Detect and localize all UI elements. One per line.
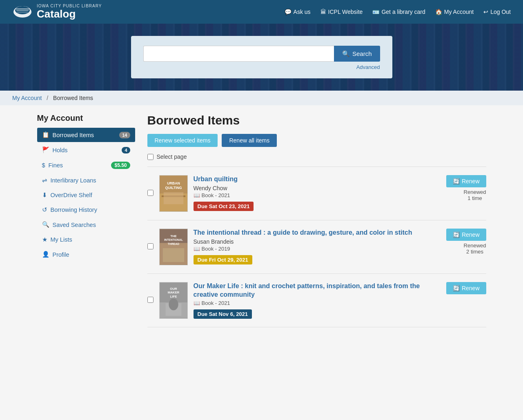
- sidebar-item-fines[interactable]: $ Fines $5.50: [37, 158, 135, 173]
- advanced-search-link[interactable]: Advanced: [143, 64, 380, 70]
- profile-icon: 👤: [42, 251, 49, 258]
- svg-rect-10: [163, 192, 183, 204]
- book-author-2: Susan Brandeis: [194, 238, 436, 245]
- renew-icon-3: 🔄: [453, 285, 460, 291]
- renew-button-3[interactable]: 🔄 Renew: [446, 282, 486, 294]
- search-box: 🔍 Search Advanced: [131, 36, 392, 78]
- book-checkbox-1[interactable]: [147, 190, 154, 196]
- book-info-1: Urban quilting Wendy Chow 📖 Book - 2021 …: [194, 175, 436, 211]
- dollar-icon: $: [42, 162, 45, 169]
- renew-icon-2: 🔄: [453, 231, 460, 238]
- svg-text:THREAD: THREAD: [167, 242, 179, 245]
- book-actions-3: 🔄 Renew: [441, 282, 486, 294]
- sidebar-item-profile[interactable]: 👤 Profile: [37, 247, 135, 262]
- search-button[interactable]: 🔍 Search: [334, 46, 380, 62]
- book-icon-2: 📖: [194, 246, 200, 252]
- sidebar: My Account 📋 Borrowed Items 14 🚩 Holds: [37, 113, 135, 327]
- nav-log-out[interactable]: ↩ Log Out: [483, 9, 511, 15]
- book-cover-3: OUR MAKER LIFE: [159, 282, 188, 319]
- renew-info-2: Renewed 2 times: [464, 242, 486, 255]
- sidebar-item-saved-searches[interactable]: 🔍 Saved Searches: [37, 218, 135, 232]
- logo[interactable]: IOWA CITY PUBLIC LIBRARY Catalog: [12, 4, 102, 20]
- renew-info-1: Renewed 1 time: [464, 189, 486, 201]
- svg-text:OUR: OUR: [170, 287, 177, 291]
- book-item: URBAN QUILTING Urban quilting Wendy Chow…: [147, 167, 486, 220]
- book-info-3: Our Maker Life : knit and crochet patter…: [194, 282, 436, 319]
- library-logo-icon: [12, 4, 33, 20]
- nav-get-library-card[interactable]: 🪪 Get a library card: [372, 9, 425, 15]
- renew-icon-1: 🔄: [453, 178, 460, 184]
- svg-text:URBAN: URBAN: [167, 181, 180, 185]
- breadcrumb-parent-link[interactable]: My Account: [12, 95, 42, 101]
- book-type-1: 📖 Book - 2021: [194, 192, 436, 198]
- select-page-checkbox[interactable]: [147, 154, 154, 160]
- logout-icon: ↩: [483, 9, 488, 15]
- book-checkbox-3[interactable]: [147, 297, 154, 303]
- sidebar-item-borrowed-items[interactable]: 📋 Borrowed Items 14: [37, 128, 135, 142]
- svg-text:THE: THE: [170, 234, 177, 238]
- sidebar-item-holds[interactable]: 🚩 Holds 4: [37, 143, 135, 157]
- search-input[interactable]: [143, 46, 334, 62]
- search-saved-icon: 🔍: [42, 221, 49, 228]
- book-cover-2: THE INTENTIONAL THREAD: [159, 229, 188, 265]
- sidebar-nav: 📋 Borrowed Items 14 🚩 Holds 4: [37, 128, 135, 262]
- transfer-icon: ⇌: [42, 177, 47, 184]
- nav-my-account[interactable]: 🏠 My Account: [435, 9, 474, 15]
- svg-rect-2: [16, 9, 29, 9]
- file-icon: 📋: [42, 131, 49, 138]
- breadcrumb-current: Borrowed Items: [53, 95, 93, 101]
- book-title-2[interactable]: The intentional thread : a guide to draw…: [194, 229, 412, 236]
- book-icon-3: 📖: [194, 300, 200, 306]
- header-nav: 💬 Ask us 🏛 ICPL Website 🪪 Get a library …: [285, 9, 511, 15]
- logo-title: Catalog: [37, 8, 102, 20]
- book-checkbox-2[interactable]: [147, 243, 154, 249]
- hero-search-area: 🔍 Search Advanced: [0, 24, 523, 91]
- sidebar-item-overdrive-shelf[interactable]: ⬇ OverDrive Shelf: [37, 188, 135, 202]
- sidebar-item-my-lists[interactable]: ★ My Lists: [37, 233, 135, 247]
- sidebar-item-interlibrary-loans[interactable]: ⇌ Interlibrary Loans: [37, 173, 135, 187]
- breadcrumb-separator: /: [47, 95, 48, 101]
- card-icon: 🪪: [372, 9, 379, 15]
- renew-button-2[interactable]: 🔄 Renew: [446, 229, 486, 241]
- renew-all-button[interactable]: Renew all items: [222, 134, 277, 147]
- book-author-1: Wendy Chow: [194, 185, 436, 191]
- svg-rect-3: [16, 10, 29, 11]
- main-layout: My Account 📋 Borrowed Items 14 🚩 Holds: [29, 113, 494, 327]
- due-badge-3: Due Sat Nov 6, 2021: [194, 309, 252, 319]
- book-type-3: 📖 Book - 2021: [194, 300, 436, 306]
- building-icon: 🏛: [320, 9, 326, 15]
- breadcrumb: My Account / Borrowed Items: [0, 91, 523, 105]
- renew-button-1[interactable]: 🔄 Renew: [446, 175, 486, 187]
- book-info-2: The intentional thread : a guide to draw…: [194, 229, 436, 264]
- chat-icon: 💬: [285, 9, 292, 15]
- star-icon: ★: [42, 236, 47, 243]
- nav-icpl-website[interactable]: 🏛 ICPL Website: [320, 9, 363, 15]
- book-title-1[interactable]: Urban quilting: [194, 176, 238, 182]
- nav-ask-us[interactable]: 💬 Ask us: [285, 9, 311, 15]
- select-page-label: Select page: [157, 153, 187, 160]
- book-type-2: 📖 Book - 2019: [194, 246, 436, 252]
- home-icon: 🏠: [435, 9, 442, 15]
- book-title-3[interactable]: Our Maker Life : knit and crochet patter…: [194, 282, 420, 298]
- svg-text:LIFE: LIFE: [170, 295, 177, 298]
- svg-text:MAKER: MAKER: [167, 291, 179, 294]
- logo-text: IOWA CITY PUBLIC LIBRARY Catalog: [37, 4, 102, 20]
- search-icon: 🔍: [342, 50, 350, 58]
- book-list: URBAN QUILTING Urban quilting Wendy Chow…: [147, 167, 486, 327]
- book-icon-1: 📖: [194, 192, 200, 198]
- book-cover-1: URBAN QUILTING: [159, 175, 188, 212]
- svg-text:QUILTING: QUILTING: [165, 186, 182, 190]
- history-icon: ↺: [42, 207, 47, 213]
- site-header: IOWA CITY PUBLIC LIBRARY Catalog 💬 Ask u…: [0, 0, 523, 24]
- due-badge-2: Due Fri Oct 29, 2021: [194, 255, 252, 264]
- sidebar-item-borrowing-history[interactable]: ↺ Borrowing History: [37, 203, 135, 217]
- svg-text:INTENTIONAL: INTENTIONAL: [164, 238, 183, 241]
- search-row: 🔍 Search: [143, 46, 380, 62]
- svg-point-23: [169, 298, 178, 310]
- book-item: OUR MAKER LIFE Our Maker Life : knit and…: [147, 273, 486, 327]
- logo-subtitle: IOWA CITY PUBLIC LIBRARY: [37, 4, 102, 8]
- book-actions-1: 🔄 Renew Renewed 1 time: [441, 175, 486, 201]
- download-icon: ⬇: [42, 192, 47, 198]
- sidebar-title: My Account: [37, 113, 135, 123]
- renew-selected-button[interactable]: Renew selected items: [147, 134, 218, 147]
